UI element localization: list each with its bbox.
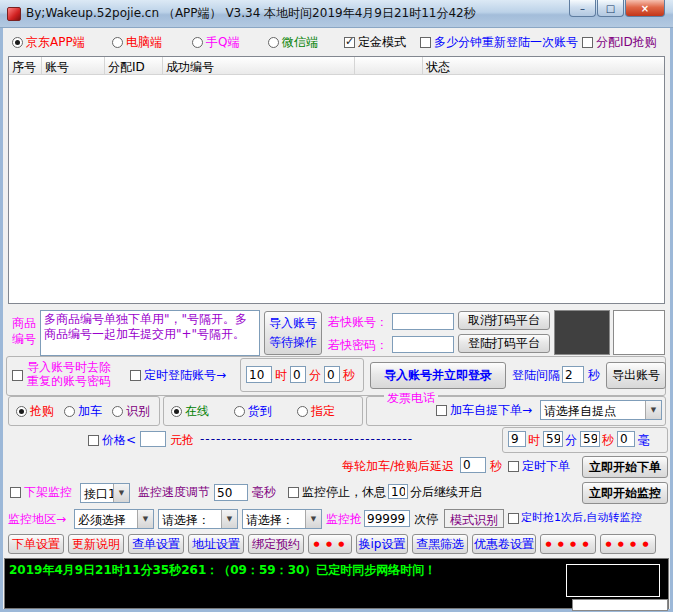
mode-radio-recognize[interactable]: 识别 [112, 403, 150, 419]
col-index[interactable]: 序号 [9, 57, 42, 74]
col-account[interactable]: 账号 [42, 57, 105, 74]
tab-dots-3[interactable]: ● ● ● ● [600, 534, 656, 554]
col-empty[interactable] [355, 57, 423, 74]
assign-id-label: 分配ID抢购 [596, 34, 657, 51]
log-line: 2019年4月9日21时11分35秒261：（09：59：30）已定时同步网络时… [9, 562, 436, 579]
tab-order-settings[interactable]: 下单设置 [8, 534, 64, 554]
platform-label: 京东APP端 [26, 34, 85, 51]
timer-hour-input[interactable] [508, 431, 526, 447]
button-line-2: 等待操作 [269, 334, 317, 351]
monitor-speed-input[interactable] [214, 484, 248, 501]
minimize-button[interactable]: – [569, 0, 596, 17]
login-interval-input[interactable] [562, 366, 584, 383]
province-select[interactable]: 请选择： ▼ [158, 509, 238, 529]
product-code-input[interactable]: 多商品编号单独下单用"，"号隔开。多商品编号一起加车提交用"+"号隔开。 [40, 310, 260, 356]
start-order-button[interactable]: 立即开始下单 [582, 456, 668, 478]
price-limit-checkbox[interactable] [88, 435, 99, 446]
chevron-down-icon: ▼ [305, 510, 321, 528]
mode-radio-cart[interactable]: 加车 [64, 403, 102, 419]
stock-radio-specified[interactable]: 指定 [297, 403, 335, 419]
import-accounts-wait-button[interactable]: 导入账号 等待操作 [264, 311, 322, 355]
tab-dots-1[interactable]: ● ● ● [308, 534, 352, 554]
platform-radio-mobile-qq[interactable]: 手Q端 [192, 34, 239, 50]
monitor-pause-label: 监控停止，休息 [302, 485, 386, 499]
app-icon [7, 7, 21, 21]
col-success-code[interactable]: 成功编号 [163, 57, 355, 74]
product-code-label-2: 编号 [12, 332, 36, 346]
timer-ms-input[interactable] [617, 431, 635, 447]
tab-dots-2[interactable]: ● ● ● ● [540, 534, 596, 554]
export-accounts-button[interactable]: 导出账号 [606, 362, 666, 389]
timed-login-checkbox[interactable] [130, 370, 141, 381]
window-controls: – □ × [568, 0, 665, 17]
dedupe-checkbox[interactable] [12, 370, 23, 381]
mode-radio-rush[interactable]: 抢购 [16, 403, 54, 419]
deposit-mode-checkbox[interactable]: 定金模式 [344, 34, 406, 50]
monitor-pause-checkbox[interactable] [288, 487, 299, 498]
tab-blacklist-filter[interactable]: 查黑筛选 [412, 534, 468, 554]
platform-radio-wechat[interactable]: 微信端 [268, 34, 318, 50]
window: By;Wakeup.52pojie.cn （APP端） V3.34 本地时间20… [0, 0, 673, 612]
col-assign-id[interactable]: 分配ID [105, 57, 163, 74]
table-body[interactable] [9, 75, 664, 303]
captcha-account-input[interactable] [392, 313, 454, 330]
login-captcha-platform-button[interactable]: 登陆打码平台 [458, 334, 550, 353]
product-code-label-1: 商品 [12, 316, 36, 330]
interface-select[interactable]: 接口1 ▼ [80, 483, 130, 503]
timer-ms-unit: 毫 [638, 433, 650, 447]
tab-bind-reservation[interactable]: 绑定预约 [248, 534, 304, 554]
radio-icon [297, 406, 308, 417]
captcha-account-label: 若快账号： [328, 315, 388, 329]
col-status[interactable]: 状态 [423, 57, 664, 74]
tab-coupon-settings[interactable]: 优惠卷设置 [472, 534, 536, 554]
mode-label: 识别 [126, 403, 150, 420]
start-monitor-button[interactable]: 立即开始监控 [582, 482, 668, 504]
radio-icon [16, 406, 27, 417]
stock-radio-arrival[interactable]: 货到 [234, 403, 272, 419]
login-hour-input[interactable] [246, 366, 272, 383]
pickup-point-select[interactable]: 请选择自提点 ▼ [540, 400, 662, 420]
tab-update-notes[interactable]: 更新说明 [68, 534, 124, 554]
timer-second-input[interactable] [580, 431, 600, 447]
platform-radio-pc[interactable]: 电脑端 [112, 34, 162, 50]
maximize-button[interactable]: □ [597, 0, 624, 17]
chevron-down-icon: ▼ [645, 401, 661, 419]
close-button[interactable]: × [625, 0, 665, 17]
tab-check-order-settings[interactable]: 查单设置 [128, 534, 184, 554]
mode-recognize-box[interactable]: 模式识别 [444, 509, 504, 528]
timed-order-checkbox[interactable] [508, 461, 519, 472]
log-preview-box [566, 564, 660, 597]
cancel-captcha-platform-button[interactable]: 取消打码平台 [458, 311, 550, 330]
grab-count-input[interactable] [364, 510, 410, 527]
login-minute-input[interactable] [290, 366, 306, 383]
platform-radio-jd-app[interactable]: 京东APP端 [12, 34, 85, 50]
offshelf-monitor-checkbox[interactable] [10, 487, 21, 498]
captcha-password-input[interactable] [392, 336, 454, 353]
assign-id-checkbox[interactable]: 分配ID抢购 [582, 34, 657, 50]
stock-radio-online[interactable]: 在线 [171, 403, 209, 419]
selected-value: 接口1 [81, 484, 113, 502]
selected-value: 请选择： [159, 510, 221, 528]
timer-minute-input[interactable] [543, 431, 563, 447]
mode-label: 抢购 [30, 403, 54, 420]
radio-icon [64, 406, 75, 417]
monitor-pause-input[interactable] [388, 484, 408, 499]
delay-input[interactable] [460, 457, 486, 473]
radio-icon [112, 406, 123, 417]
auto-switch-checkbox[interactable] [508, 513, 519, 524]
import-and-login-button[interactable]: 导入账号并立即登录 [370, 362, 506, 389]
account-table[interactable]: 序号 账号 分配ID 成功编号 状态 [8, 56, 665, 304]
relogin-checkbox[interactable]: 多少分钟重新登陆一次账号 [420, 34, 578, 50]
login-second-input[interactable] [324, 366, 340, 383]
region-select[interactable]: 必须选择 ▼ [74, 509, 154, 529]
checkbox-icon [420, 37, 431, 48]
offshelf-monitor-label: 下架监控 [24, 485, 72, 499]
price-limit-input[interactable] [140, 431, 166, 447]
cart-pickup-checkbox[interactable] [436, 405, 447, 416]
divider-dashes: ---------------------------------------- [200, 432, 432, 446]
stock-label: 指定 [311, 403, 335, 420]
tab-address-settings[interactable]: 地址设置 [188, 534, 244, 554]
tab-ip-settings[interactable]: 换ip设置 [356, 534, 408, 554]
chevron-down-icon: ▼ [137, 510, 153, 528]
city-select[interactable]: 请选择： ▼ [242, 509, 322, 529]
